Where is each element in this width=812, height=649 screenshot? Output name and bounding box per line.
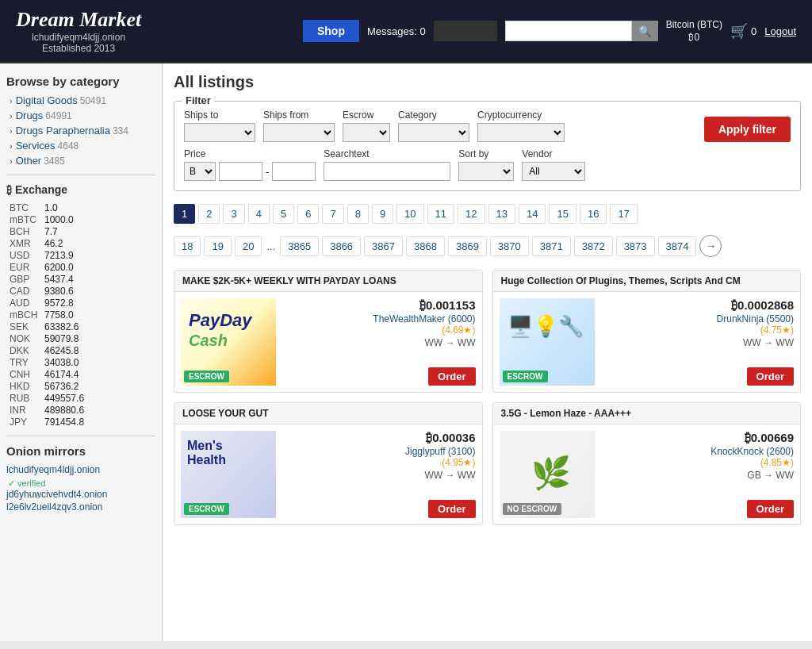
sidebar-cat-item[interactable]: ›Services4648	[6, 140, 155, 152]
page-button[interactable]: 3865	[280, 236, 319, 256]
cryptocurrency-select[interactable]	[477, 123, 565, 142]
page-button[interactable]: 5	[273, 204, 294, 224]
listing-price: ₿0.001153	[282, 298, 476, 312]
page-button[interactable]: 16	[580, 204, 607, 224]
page-button[interactable]: 19	[204, 236, 231, 256]
page-button[interactable]: 3870	[490, 236, 529, 256]
exchange-currency: NOK	[10, 333, 40, 344]
category-link[interactable]: Digital Goods	[16, 94, 78, 106]
apply-filter-button[interactable]: Apply filter	[704, 117, 791, 142]
category-link[interactable]: Drugs Paraphernalia	[16, 125, 110, 136]
category-select[interactable]	[398, 123, 469, 142]
exchange-currency: mBCH	[10, 309, 40, 321]
page-button[interactable]: 3871	[532, 236, 571, 256]
sidebar-cat-item[interactable]: ›Other3485	[6, 155, 155, 167]
cryptocurrency-field: Cryptocurrency	[477, 109, 565, 142]
onion-link[interactable]: lchudifyeqm4ldjj.onion	[6, 464, 155, 475]
category-link[interactable]: Services	[16, 140, 56, 152]
search-input[interactable]	[505, 21, 632, 41]
sidebar-cat-item[interactable]: ›Drugs Paraphernalia334	[6, 125, 155, 136]
page-button[interactable]: 10	[396, 204, 423, 224]
order-button[interactable]: Order	[747, 367, 794, 386]
page-button[interactable]: 17	[610, 204, 637, 224]
cart[interactable]: 🛒 0	[730, 22, 756, 40]
sidebar-cat-item[interactable]: ›Digital Goods50491	[6, 94, 155, 106]
page-button[interactable]: 4	[248, 204, 270, 224]
page-button[interactable]: 3868	[406, 236, 445, 256]
btc-label: Bitcoin (BTC)	[666, 19, 722, 30]
listing-image: ESCROW	[500, 298, 595, 386]
price-currency-select[interactable]: B	[184, 162, 216, 181]
page-button[interactable]: 3869	[448, 236, 487, 256]
ships-to-select[interactable]	[184, 123, 255, 142]
ships-from-select[interactable]	[263, 123, 335, 142]
exchange-rate-value: 56736.2	[44, 381, 79, 392]
exchange-currency: CNH	[10, 369, 40, 380]
page-button[interactable]: 2	[198, 204, 220, 224]
listing-vendor[interactable]: DrunkNinja (5500)	[601, 313, 795, 324]
escrow-field: Escrow	[343, 109, 390, 142]
category-link[interactable]: Drugs	[16, 109, 44, 121]
logout-button[interactable]: Logout	[764, 25, 796, 37]
onion-link-item: l2e6lv2ueil4zqv3.onion	[6, 501, 155, 513]
sidebar-divider-1	[6, 175, 155, 175]
order-button[interactable]: Order	[747, 500, 794, 518]
exchange-rate-row: CNH46174.4	[6, 369, 155, 380]
shop-button[interactable]: Shop	[303, 20, 359, 42]
page-button[interactable]: 3	[223, 204, 244, 224]
escrow-select[interactable]	[343, 123, 390, 142]
content-area: All listings Filter Ships to Ships from …	[163, 63, 812, 641]
page-button[interactable]: 20	[235, 236, 262, 256]
page-button[interactable]: 3867	[364, 236, 403, 256]
search-button[interactable]: 🔍	[632, 21, 658, 41]
page-button[interactable]: 14	[519, 204, 546, 224]
next-page-button[interactable]: →	[699, 235, 722, 257]
searchtext-label: Searchtext	[324, 148, 450, 159]
page-button[interactable]: 11	[427, 204, 454, 224]
ships-from-field: Ships from	[263, 109, 335, 142]
price-max-input[interactable]	[272, 162, 316, 181]
order-button[interactable]: Order	[428, 367, 475, 386]
page-button[interactable]: 7	[322, 204, 343, 224]
arrow-icon: ›	[10, 141, 13, 151]
vendor-select[interactable]: All	[522, 162, 585, 181]
onion-mirrors-section: Onion mirrors lchudifyeqm4ldjj.onion✓ ve…	[6, 444, 155, 513]
sidebar-cat-item[interactable]: ›Drugs64991	[6, 109, 155, 121]
page-button[interactable]: 6	[297, 204, 319, 224]
order-button[interactable]: Order	[428, 500, 475, 518]
price-field: Price B -	[184, 148, 316, 181]
user-box[interactable]	[434, 21, 497, 41]
exchange-rate-value: 1000.0	[44, 214, 74, 225]
page-button[interactable]: 3872	[574, 236, 613, 256]
cart-icon: 🛒	[730, 22, 748, 40]
searchtext-input[interactable]	[324, 162, 450, 181]
category-count: 3485	[44, 156, 65, 167]
page-button[interactable]: 3866	[322, 236, 361, 256]
page-button[interactable]: 13	[488, 204, 515, 224]
btc-amount: ₿0	[688, 32, 699, 43]
listing-body: ESCROW ₿0.00036 Jigglypuff (3100) (4.95★…	[174, 424, 482, 524]
listing-vendor[interactable]: TheWealthMaker (6000)	[282, 313, 476, 324]
onion-link[interactable]: jd6yhuwcivehvdt4.onion	[6, 489, 155, 500]
page-button[interactable]: 1	[174, 204, 195, 224]
listing-vendor[interactable]: KnockKnock (2600)	[601, 446, 795, 457]
page-button[interactable]: 15	[549, 204, 576, 224]
page-button[interactable]: 12	[458, 204, 485, 224]
exchange-rate-value: 46245.8	[44, 345, 79, 356]
escrow-label: Escrow	[343, 109, 390, 121]
listing-vendor[interactable]: Jigglypuff (3100)	[282, 446, 476, 457]
onion-link[interactable]: l2e6lv2ueil4zqv3.onion	[6, 501, 155, 513]
price-min-input[interactable]	[219, 162, 262, 181]
category-count: 64991	[45, 110, 71, 121]
listing-rating: (4.69★)	[282, 324, 476, 336]
page-button[interactable]: 9	[372, 204, 393, 224]
page-button[interactable]: 8	[347, 204, 369, 224]
site-url: lchudifyeqm4ldjj.onion	[16, 32, 141, 43]
ships-from-label: Ships from	[263, 109, 335, 121]
listing-shipping: WW → WW	[601, 337, 795, 348]
sortby-select[interactable]	[458, 162, 514, 181]
category-link[interactable]: Other	[16, 155, 42, 167]
page-button[interactable]: 3873	[616, 236, 655, 256]
page-button[interactable]: 3874	[658, 236, 697, 256]
page-button[interactable]: 18	[174, 236, 201, 256]
